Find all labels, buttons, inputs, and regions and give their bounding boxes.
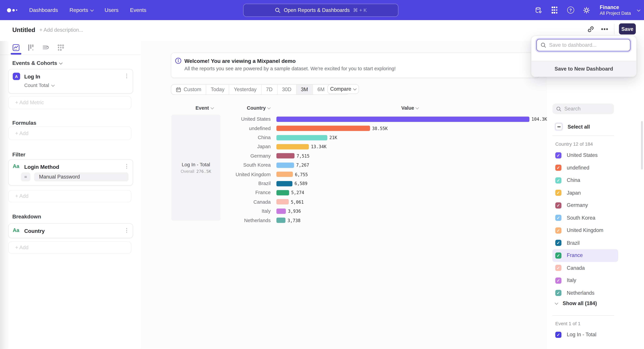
checkbox-icon[interactable] [555, 332, 562, 338]
save-dashboard-search-input[interactable]: Save to dashboard... [536, 39, 630, 51]
bar-japan[interactable] [276, 144, 309, 149]
range-30d[interactable]: 30D [278, 84, 296, 94]
nav-link-users[interactable]: Users [105, 7, 118, 13]
range-custom[interactable]: Custom [171, 84, 206, 94]
range-7d[interactable]: 7D [262, 84, 278, 94]
save-button[interactable]: Save [619, 23, 636, 34]
checkbox-icon[interactable] [555, 290, 562, 296]
value-label: 7,267 [296, 163, 309, 167]
project-switcher[interactable]: Finance All Project Data [600, 4, 640, 16]
nav-link-events[interactable]: Events [130, 7, 146, 13]
metric-card[interactable]: A Log In Count Total [8, 69, 133, 93]
events-cohorts-header[interactable]: Events & Cohorts [12, 60, 62, 66]
report-title[interactable]: Untitled [12, 26, 35, 33]
filter-value[interactable]: Manual Password [34, 172, 128, 182]
mixpanel-logo-icon[interactable] [7, 8, 17, 12]
kebab-icon[interactable] [124, 228, 130, 233]
column-header-country[interactable]: Country [247, 105, 270, 111]
range-today[interactable]: Today [206, 84, 230, 94]
more-ellipsis-icon[interactable] [600, 26, 610, 32]
help-icon[interactable]: ? [567, 6, 574, 14]
gear-icon[interactable] [583, 6, 590, 14]
breakdown-property[interactable]: Country [24, 228, 44, 234]
option-undefined[interactable]: undefined [552, 162, 618, 174]
add-metric-button[interactable]: + Add Metric [8, 96, 132, 109]
bar-germany[interactable] [276, 153, 294, 159]
option-italy[interactable]: Italy [552, 274, 618, 287]
option-brazil[interactable]: Brazil [552, 237, 618, 249]
bar-united-kingdom[interactable] [276, 172, 293, 177]
tab-insights[interactable] [12, 44, 20, 51]
option-united-states[interactable]: United States [552, 149, 618, 162]
add-formula-button[interactable]: + Add [8, 126, 132, 140]
option-label: France [567, 253, 583, 258]
option-canada[interactable]: Canada [552, 262, 618, 274]
bar-undefined[interactable] [276, 126, 370, 131]
column-header-value[interactable]: Value [401, 105, 418, 111]
option-china[interactable]: China [552, 174, 618, 187]
bar-south-korea[interactable] [276, 162, 294, 168]
compare-button[interactable]: Compare [327, 84, 359, 94]
option-france[interactable]: France [552, 249, 618, 262]
country-label: Canada [171, 199, 271, 205]
bar-netherlands[interactable] [276, 218, 286, 223]
filter-operator[interactable]: = [21, 172, 30, 182]
add-breakdown-button[interactable]: + Add [8, 241, 132, 254]
filter-card[interactable]: Aa Login Method = Manual Password [8, 159, 133, 186]
option-germany[interactable]: Germany [552, 199, 618, 212]
checkbox-icon[interactable] [555, 165, 562, 171]
bar-china[interactable] [276, 135, 327, 140]
metric-event-name[interactable]: Log In [24, 73, 40, 80]
metric-aggregation[interactable]: Count Total [24, 82, 54, 88]
nav-link-reports[interactable]: Reports [70, 7, 93, 13]
save-to-new-dashboard-button[interactable]: Save to New Dashboard [532, 61, 636, 77]
bar-france[interactable] [276, 190, 289, 195]
checkbox-icon[interactable] [555, 265, 562, 271]
checkbox-icon[interactable] [555, 152, 562, 158]
checkbox-icon[interactable] [555, 240, 562, 246]
range-6m[interactable]: 6M [313, 84, 330, 94]
nav-link-dashboards[interactable]: Dashboards [29, 7, 58, 13]
bar-canada[interactable] [276, 199, 289, 205]
option-log-in-total[interactable]: Log In - Total [552, 328, 618, 341]
add-description[interactable]: + Add description... [40, 27, 83, 33]
tab-funnels[interactable] [27, 44, 34, 51]
option-japan[interactable]: Japan [552, 187, 618, 199]
kebab-icon[interactable] [124, 73, 130, 79]
bar-united-states[interactable] [276, 116, 530, 122]
select-all-checkbox[interactable]: Select all [555, 123, 590, 130]
data-management-icon[interactable] [535, 6, 542, 14]
checkbox-icon[interactable] [555, 202, 562, 209]
tab-retention[interactable] [57, 44, 64, 51]
checkbox-icon[interactable] [555, 227, 562, 234]
nav-links: DashboardsReportsUsersEvents [29, 7, 146, 13]
option-label: United States [567, 152, 598, 158]
range-3m[interactable]: 3M [296, 84, 313, 94]
checkbox-icon[interactable] [555, 177, 562, 183]
range-yesterday[interactable]: Yesterday [230, 84, 262, 94]
show-all-toggle[interactable]: Show all (184) [555, 301, 597, 306]
bar-brazil[interactable] [276, 181, 292, 186]
calendar-icon [176, 87, 181, 92]
bar-italy[interactable] [276, 209, 286, 214]
checkbox-icon[interactable] [555, 190, 562, 196]
option-netherlands[interactable]: Netherlands [552, 287, 618, 299]
option-south-korea[interactable]: South Korea [552, 212, 618, 224]
filter-property[interactable]: Login Method [24, 164, 59, 170]
checkbox-icon[interactable] [555, 277, 562, 284]
checkbox-icon[interactable] [555, 253, 562, 259]
filter-header: Filter [12, 152, 25, 158]
tab-flows[interactable] [42, 44, 50, 51]
breakdown-card[interactable]: Aa Country [8, 223, 133, 238]
kebab-icon[interactable] [124, 163, 130, 169]
link-icon[interactable] [587, 25, 594, 33]
scrollbar-thumb[interactable] [641, 121, 643, 169]
checkbox-icon[interactable] [555, 215, 562, 221]
country-label: Japan [171, 144, 271, 150]
column-header-event[interactable]: Event [196, 105, 213, 111]
option-united-kingdom[interactable]: United Kingdom [552, 224, 618, 237]
add-filter-button[interactable]: + Add [8, 190, 132, 202]
global-search-button[interactable]: Open Reports & Dashboards ⌘ + K [243, 4, 398, 17]
series-search-input[interactable]: Search [552, 103, 614, 114]
apps-grid-icon[interactable] [551, 6, 558, 14]
